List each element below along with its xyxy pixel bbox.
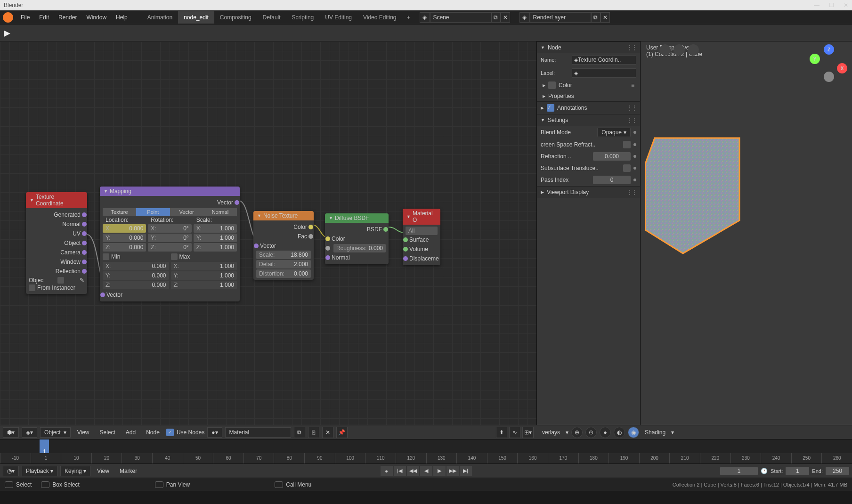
location-z-input[interactable]: Z:0.000 bbox=[103, 243, 146, 252]
menu-help[interactable]: Help bbox=[111, 11, 132, 24]
location-x-input[interactable]: X:0.000 bbox=[103, 224, 146, 233]
noise-detail-input[interactable]: Detail:2.000 bbox=[256, 260, 311, 268]
timeline-tick[interactable]: 260 bbox=[821, 453, 852, 463]
refraction-input[interactable]: 0.000 bbox=[593, 152, 631, 161]
timeline-tick[interactable]: 50 bbox=[183, 453, 213, 463]
window-close-icon[interactable]: ✕ bbox=[844, 2, 848, 8]
shading-rendered-button[interactable]: ◉ bbox=[628, 427, 639, 438]
axis-x-icon[interactable]: X bbox=[837, 63, 847, 73]
object-mode-dropdown[interactable]: Object ▾ bbox=[40, 427, 71, 438]
current-frame-input[interactable]: 1 bbox=[720, 467, 758, 475]
timeline-tick[interactable]: 250 bbox=[791, 453, 822, 463]
output-target-dropdown[interactable]: All bbox=[406, 227, 438, 235]
scale-z-input[interactable]: Z:1.000 bbox=[194, 243, 237, 252]
jump-start-button[interactable]: |◀ bbox=[394, 466, 406, 476]
timeline-tick[interactable]: 220 bbox=[700, 453, 730, 463]
blend-mode-dropdown[interactable]: Opaque▾ bbox=[597, 128, 631, 137]
timeline-tick[interactable]: 100 bbox=[335, 453, 365, 463]
keying-dropdown[interactable]: Keying ▾ bbox=[60, 466, 90, 476]
renderlayer-copy-button[interactable]: ⧉ bbox=[591, 12, 600, 23]
menu-add[interactable]: Add bbox=[122, 429, 139, 436]
snap-button[interactable]: ∿ bbox=[509, 427, 520, 438]
workspace-tab-default[interactable]: Default bbox=[257, 11, 286, 24]
timeline-editor-dropdown[interactable]: ◔▾ bbox=[3, 466, 19, 476]
menu-render[interactable]: Render bbox=[54, 11, 81, 24]
viewport-camera-icon[interactable] bbox=[659, 44, 671, 56]
material-new-button[interactable]: ⎘ bbox=[308, 427, 319, 438]
timeline-tick[interactable]: 200 bbox=[639, 453, 670, 463]
timeline-tick[interactable]: 120 bbox=[396, 453, 426, 463]
workspace-tab-scripting[interactable]: Scripting bbox=[286, 11, 320, 24]
list-icon[interactable]: ≡ bbox=[631, 82, 634, 89]
timeline-tick[interactable]: 70 bbox=[243, 453, 274, 463]
passindex-input[interactable]: 0 bbox=[593, 176, 631, 184]
node-editor-canvas[interactable]: ▼Texture Coordinate Generated Normal UV … bbox=[0, 41, 536, 439]
timeline-ruler[interactable]: -101102030405060708090100110120130140150… bbox=[0, 453, 852, 463]
start-frame-input[interactable]: 1 bbox=[786, 467, 809, 475]
record-button[interactable]: ● bbox=[381, 466, 393, 476]
node-texture-coordinate[interactable]: ▼Texture Coordinate Generated Normal UV … bbox=[26, 192, 87, 294]
noise-distortion-input[interactable]: Distortion:0.000 bbox=[256, 269, 311, 278]
scene-browse-icon[interactable]: ◈ bbox=[420, 12, 430, 23]
overlay-toggle-button[interactable]: ⊕ bbox=[571, 427, 583, 438]
renderlayer-delete-button[interactable]: ✕ bbox=[600, 12, 610, 23]
scene-name-input[interactable] bbox=[430, 12, 491, 23]
max-y-input[interactable]: Y:1.000 bbox=[171, 271, 237, 280]
node-label-input[interactable]: ◈ bbox=[572, 68, 636, 78]
workspace-tab-compositing[interactable]: Compositing bbox=[214, 11, 257, 24]
section-viewport-display[interactable]: ▶Viewport Display⋮⋮ bbox=[537, 186, 640, 198]
subsection-color[interactable]: ▶Color≡ bbox=[537, 80, 640, 91]
min-z-input[interactable]: Z:0.000 bbox=[103, 281, 169, 289]
timeline-tick[interactable]: -10 bbox=[0, 453, 31, 463]
axis-z-icon[interactable]: Z bbox=[824, 44, 834, 55]
min-x-input[interactable]: X:0.000 bbox=[103, 262, 169, 270]
ssr-checkbox[interactable] bbox=[623, 141, 631, 148]
menu-view[interactable]: View bbox=[73, 429, 93, 436]
axis-y-icon[interactable]: Y bbox=[810, 54, 820, 64]
renderlayer-browse-icon[interactable]: ◈ bbox=[519, 12, 530, 23]
shading-solid-button[interactable]: ● bbox=[600, 427, 611, 438]
mapping-tab-texture[interactable]: Texture bbox=[103, 208, 136, 216]
node-name-input[interactable]: ◈ Texture Coordin.. bbox=[572, 55, 636, 65]
mapping-tab-vector[interactable]: Vector bbox=[170, 208, 203, 216]
node-material-output[interactable]: ▼Material O All Surface Volume Displacem… bbox=[403, 209, 440, 265]
timeline-tick[interactable]: 170 bbox=[548, 453, 578, 463]
mapping-tab-normal[interactable]: Normal bbox=[203, 208, 237, 216]
section-annotations[interactable]: ▶✓Annotations⋮⋮ bbox=[537, 101, 640, 114]
axis-neg-z-icon[interactable] bbox=[824, 72, 834, 82]
end-frame-input[interactable]: 250 bbox=[826, 467, 849, 475]
window-maximize-icon[interactable]: ☐ bbox=[829, 2, 834, 8]
mapping-tab-point[interactable]: Point bbox=[136, 208, 170, 216]
renderlayer-name-input[interactable] bbox=[530, 12, 591, 23]
menu-node[interactable]: Node bbox=[142, 429, 163, 436]
timeline-tick[interactable]: 10 bbox=[61, 453, 91, 463]
workspace-tab-uvediting[interactable]: UV Editing bbox=[319, 11, 357, 24]
material-delete-button[interactable]: ✕ bbox=[322, 427, 333, 438]
timeline-tick[interactable]: 110 bbox=[365, 453, 396, 463]
timeline-tick[interactable]: 150 bbox=[487, 453, 518, 463]
scale-y-input[interactable]: Y:1.000 bbox=[194, 234, 237, 242]
viewport-zoom-icon[interactable] bbox=[688, 44, 699, 56]
workspace-tab-node-edit[interactable]: node_edit bbox=[178, 11, 214, 24]
timeline-tick[interactable]: 90 bbox=[304, 453, 335, 463]
orientation-gizmo[interactable]: Z Y X bbox=[810, 44, 847, 82]
node-mapping[interactable]: ▼Mapping Vector Texture Point Vector Nor… bbox=[100, 187, 240, 301]
section-settings[interactable]: ▼Settings⋮⋮ bbox=[537, 114, 640, 126]
timeline[interactable]: 1 -1011020304050607080901001101201301401… bbox=[0, 439, 852, 463]
scene-copy-button[interactable]: ⧉ bbox=[491, 12, 501, 23]
timeline-tick[interactable]: 240 bbox=[761, 453, 791, 463]
section-node[interactable]: ▼Node⋮⋮ bbox=[537, 41, 640, 53]
editor-type-dropdown[interactable]: ⬢▾ bbox=[3, 427, 19, 438]
scene-delete-button[interactable]: ✕ bbox=[501, 12, 510, 23]
max-z-input[interactable]: Z:1.000 bbox=[171, 281, 237, 289]
from-instancer-checkbox[interactable] bbox=[29, 285, 35, 291]
timeline-tick[interactable]: 60 bbox=[213, 453, 243, 463]
clock-icon[interactable]: 🕐 bbox=[761, 468, 768, 474]
blender-logo-icon[interactable] bbox=[3, 12, 13, 23]
shader-type-dropdown[interactable]: ◈▾ bbox=[22, 427, 37, 438]
node-diffuse-bsdf[interactable]: ▼Diffuse BSDF BSDF Color Roughness:0.000… bbox=[325, 213, 389, 264]
rotation-x-input[interactable]: X:0° bbox=[148, 224, 191, 233]
timeline-tick[interactable]: 20 bbox=[91, 453, 122, 463]
timeline-tick[interactable]: 130 bbox=[426, 453, 457, 463]
window-minimize-icon[interactable]: — bbox=[814, 2, 820, 8]
